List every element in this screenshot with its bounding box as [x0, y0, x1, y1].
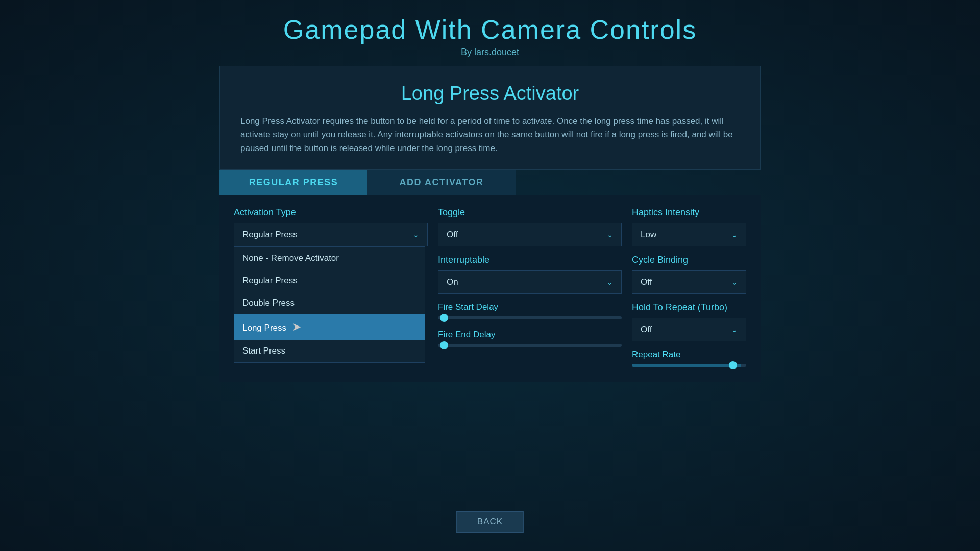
hold-to-repeat-chevron-icon: ⌄ [731, 325, 738, 334]
chevron-down-icon: ⌄ [413, 231, 419, 239]
repeat-rate-label: Repeat Rate [632, 349, 746, 360]
fire-end-delay-label: Fire End Delay [438, 330, 622, 340]
cycle-binding-dropdown[interactable]: Off ⌄ [632, 270, 746, 294]
info-panel: Long Press Activator Long Press Activato… [219, 66, 761, 170]
option-none-remove[interactable]: None - Remove Activator [234, 247, 425, 269]
interruptable-dropdown[interactable]: On ⌄ [438, 270, 622, 294]
interruptable-value: On [447, 277, 458, 287]
fire-start-delay-section: Fire Start Delay [438, 302, 622, 319]
interruptable-label: Interruptable [438, 255, 622, 265]
fire-start-delay-thumb[interactable] [440, 314, 448, 322]
page-subtitle: By lars.doucet [283, 47, 697, 58]
haptics-value: Low [641, 230, 656, 240]
option-long-press[interactable]: Long Press ➤ [234, 314, 425, 340]
activation-type-selected-value: Regular Press [242, 230, 298, 240]
activation-type-column: Activation Type Regular Press ⌄ None - R… [234, 207, 428, 367]
haptics-chevron-icon: ⌄ [731, 231, 738, 239]
haptics-dropdown[interactable]: Low ⌄ [632, 223, 746, 246]
hold-to-repeat-dropdown[interactable]: Off ⌄ [632, 318, 746, 341]
cycle-binding-chevron-icon: ⌄ [731, 278, 738, 286]
activation-type-dropdown[interactable]: Regular Press ⌄ [234, 223, 428, 246]
back-button-container: BACK [456, 511, 524, 533]
tab-regular-press[interactable]: REGULAR PRESS [219, 170, 368, 195]
option-start-press[interactable]: Start Press [234, 340, 425, 362]
fire-start-delay-label: Fire Start Delay [438, 302, 622, 312]
repeat-rate-thumb[interactable] [729, 361, 737, 369]
panel-description: Long Press Activator requires the button… [240, 115, 740, 155]
toggle-dropdown[interactable]: Off ⌄ [438, 223, 622, 246]
haptics-label: Haptics Intensity [632, 207, 746, 218]
repeat-rate-section: Repeat Rate [632, 349, 746, 367]
tabs-container: REGULAR PRESS ADD ACTIVATOR [219, 170, 761, 195]
activation-type-dropdown-list: None - Remove Activator Regular Press Do… [234, 246, 425, 363]
hold-to-repeat-value: Off [641, 324, 652, 335]
toggle-value: Off [447, 230, 458, 240]
cycle-binding-label: Cycle Binding [632, 255, 746, 265]
activation-type-label: Activation Type [234, 207, 428, 218]
panel-title: Long Press Activator [240, 83, 740, 105]
tab-add-activator[interactable]: ADD ACTIVATOR [368, 170, 516, 195]
fire-end-delay-track[interactable] [438, 344, 622, 347]
page-title: Gamepad With Camera Controls [283, 14, 697, 45]
right-column: Haptics Intensity Low ⌄ Cycle Binding Of… [622, 207, 746, 367]
option-double-press[interactable]: Double Press [234, 292, 425, 314]
center-column: Toggle Off ⌄ Interruptable On ⌄ Fire Sta… [428, 207, 622, 367]
fire-end-delay-section: Fire End Delay [438, 330, 622, 347]
interruptable-chevron-icon: ⌄ [607, 278, 613, 286]
cycle-binding-value: Off [641, 277, 652, 287]
content-area: Activation Type Regular Press ⌄ None - R… [219, 195, 761, 382]
hold-to-repeat-label: Hold To Repeat (Turbo) [632, 302, 746, 313]
toggle-label: Toggle [438, 207, 622, 218]
fire-end-delay-thumb[interactable] [440, 341, 448, 349]
back-button[interactable]: BACK [456, 511, 524, 533]
toggle-chevron-icon: ⌄ [607, 231, 613, 239]
header: Gamepad With Camera Controls By lars.dou… [283, 0, 697, 62]
fire-start-delay-track[interactable] [438, 316, 622, 319]
cursor-arrow-icon: ➤ [292, 320, 301, 334]
repeat-rate-track[interactable] [632, 364, 746, 367]
option-regular-press[interactable]: Regular Press [234, 269, 425, 292]
